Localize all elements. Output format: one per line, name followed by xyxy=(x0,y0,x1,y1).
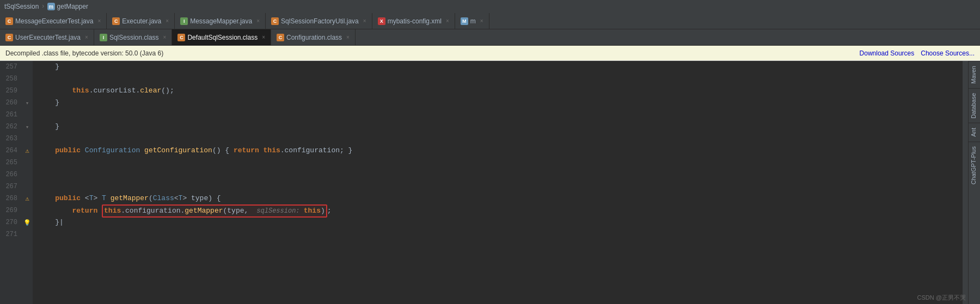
gutter-cell-260: ▾ xyxy=(22,97,33,109)
line-num-257: 257 xyxy=(4,61,17,73)
breadcrumb-method: getMapper xyxy=(57,3,88,10)
tab-sqlsession-icon: I xyxy=(100,34,107,41)
gutter-cell-267 xyxy=(22,181,33,193)
gutter-cell-271 xyxy=(22,228,33,240)
code-line-268: public <T> T getMapper(Class<T> type) { xyxy=(38,193,957,204)
line-num-261: 261 xyxy=(4,109,17,121)
code-line-259: this.cursorList.clear(); xyxy=(38,85,957,97)
tab-messageexecutertest-label: MessageExecuterTest.java xyxy=(15,17,93,25)
gutter-cell-262: ▾ xyxy=(22,121,33,133)
tab-userexecutertest-label: UserExecuterTest.java xyxy=(15,34,81,41)
tab-sqlsession-close[interactable]: × xyxy=(163,34,167,40)
breadcrumb-icon: m xyxy=(47,3,55,10)
tab-defaultsqlsession-icon: C xyxy=(177,34,185,41)
line-num-265: 265 xyxy=(4,157,17,169)
tab-userexecutertest-icon: C xyxy=(5,34,13,41)
tab-sqlsessionfactoryutil-close[interactable]: × xyxy=(363,18,366,24)
code-line-266 xyxy=(38,169,957,181)
tab-configuration[interactable]: CConfiguration.class× xyxy=(271,29,356,45)
line-num-262: 262 xyxy=(4,121,17,133)
notice-bar: Decompiled .class file, bytecode version… xyxy=(0,46,980,61)
gutter-cell-263 xyxy=(22,133,33,145)
code-line-271 xyxy=(38,228,957,240)
tab-sqlsession-label: SqlSession.class xyxy=(109,34,159,41)
line-num-270: 270 xyxy=(4,216,17,228)
line-num-263: 263 xyxy=(4,133,17,145)
notice-links: Download Sources Choose Sources... xyxy=(860,49,975,57)
line-num-260: 260 xyxy=(4,97,17,109)
gutter-cell-258 xyxy=(22,73,33,85)
gutter-cell-257 xyxy=(22,61,33,73)
code-line-260: } xyxy=(38,97,957,109)
tab-mybatisconfig-close[interactable]: × xyxy=(446,18,449,24)
tab-configuration-close[interactable]: × xyxy=(346,34,350,40)
sidebar-tab-chatgpt-plus[interactable]: ChatGPT-Plus xyxy=(969,141,980,189)
code-line-263 xyxy=(38,133,957,145)
tab-messageexecutertest[interactable]: CMessageExecuterTest.java× xyxy=(0,13,107,29)
gutter-cell-269 xyxy=(22,204,33,216)
gutter-cell-265 xyxy=(22,157,33,169)
code-line-262: } xyxy=(38,121,957,133)
line-num-258: 258 xyxy=(4,73,17,85)
tab-executer-label: Executer.java xyxy=(122,17,161,25)
tab-messagemapper[interactable]: IMessageMapper.java× xyxy=(175,13,266,29)
sidebar-tab-ant[interactable]: Ant xyxy=(969,123,980,141)
line-num-267: 267 xyxy=(4,181,17,193)
tab-mybatisconfig-icon: X xyxy=(378,17,385,25)
scrollbar[interactable] xyxy=(963,61,968,304)
watermark: CSDN @正男不哭 xyxy=(917,294,966,302)
tab-messagemapper-close[interactable]: × xyxy=(256,18,260,24)
line-num-271: 271 xyxy=(4,228,17,240)
code-line-264: public Configuration getConfiguration() … xyxy=(38,145,957,157)
tab-defaultsqlsession[interactable]: CDefaultSqlSession.class× xyxy=(172,29,271,45)
breadcrumb-bar: tSqlSession › m getMapper xyxy=(0,0,980,13)
tab-bar-row1: CMessageExecuterTest.java×CExecuter.java… xyxy=(0,13,980,29)
gutter-cell-259 xyxy=(22,85,33,97)
code-content[interactable]: } this.cursorList.clear(); } } public Co… xyxy=(33,61,963,304)
tab-mybatisconfig[interactable]: Xmybatis-config.xml× xyxy=(372,13,455,29)
tab-executer[interactable]: CExecuter.java× xyxy=(107,13,175,29)
gutter: ▾▾⚠⚠💡 xyxy=(22,61,33,304)
tab-m-label: m xyxy=(470,17,476,25)
tab-m[interactable]: Mm× xyxy=(455,13,489,29)
breadcrumb-project: tSqlSession xyxy=(4,3,39,10)
line-num-269: 269 xyxy=(4,204,17,216)
sidebar-tab-database[interactable]: Database xyxy=(969,88,980,123)
download-sources-link[interactable]: Download Sources xyxy=(860,49,915,57)
code-line-270: }| xyxy=(38,216,957,228)
code-line-261 xyxy=(38,109,957,121)
gutter-cell-266 xyxy=(22,169,33,181)
breadcrumb-separator: › xyxy=(41,3,45,10)
code-line-267 xyxy=(38,181,957,193)
tab-sqlsession[interactable]: ISqlSession.class× xyxy=(94,29,173,45)
notice-text: Decompiled .class file, bytecode version… xyxy=(5,49,163,57)
tab-messageexecutertest-close[interactable]: × xyxy=(97,18,101,24)
tab-executer-icon: C xyxy=(112,17,120,25)
tab-m-close[interactable]: × xyxy=(480,18,483,24)
choose-sources-link[interactable]: Choose Sources... xyxy=(921,49,975,57)
tab-bar-row2: CUserExecuterTest.java×ISqlSession.class… xyxy=(0,29,980,46)
editor-area: 2572582592602612622632642652662672682692… xyxy=(0,61,980,304)
right-sidebar: MavenDatabaseAntChatGPT-Plus xyxy=(968,61,980,304)
tab-messageexecutertest-icon: C xyxy=(5,17,13,25)
tab-messagemapper-icon: I xyxy=(180,17,188,25)
tab-userexecutertest[interactable]: CUserExecuterTest.java× xyxy=(0,29,94,45)
tab-sqlsessionfactoryutil-icon: C xyxy=(271,17,279,25)
tab-userexecutertest-close[interactable]: × xyxy=(85,34,88,40)
line-num-264: 264 xyxy=(4,145,17,157)
tab-configuration-icon: C xyxy=(277,34,284,41)
tab-configuration-label: Configuration.class xyxy=(286,34,342,41)
tab-executer-close[interactable]: × xyxy=(166,18,169,24)
sidebar-tab-maven[interactable]: Maven xyxy=(969,61,980,88)
highlighted-code: this.configuration.getMapper(type, sqlSe… xyxy=(102,204,327,218)
gutter-cell-261 xyxy=(22,109,33,121)
line-numbers: 2572582592602612622632642652662672682692… xyxy=(0,61,22,304)
gutter-cell-270: 💡 xyxy=(22,216,33,228)
code-line-269: return this.configuration.getMapper(type… xyxy=(38,204,957,216)
tab-mybatisconfig-label: mybatis-config.xml xyxy=(388,17,442,25)
tab-defaultsqlsession-close[interactable]: × xyxy=(262,34,265,40)
line-num-268: 268 xyxy=(4,193,17,204)
line-num-259: 259 xyxy=(4,85,17,97)
tab-sqlsessionfactoryutil[interactable]: CSqlSessionFactoryUtil.java× xyxy=(266,13,372,29)
tab-m-icon: M xyxy=(461,17,468,25)
